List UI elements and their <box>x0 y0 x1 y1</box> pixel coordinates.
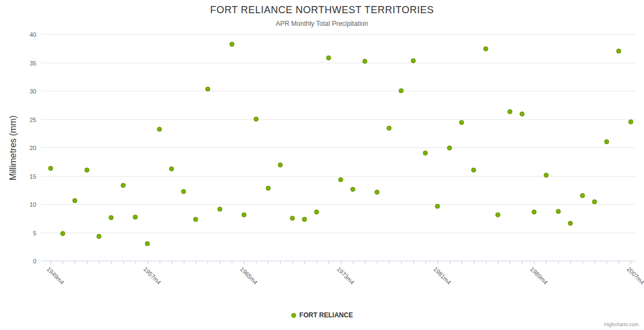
data-point[interactable] <box>109 216 113 220</box>
y-tick-label: 20 <box>30 145 36 151</box>
legend-marker-icon <box>291 313 296 318</box>
data-point[interactable] <box>242 213 246 217</box>
y-tick-label: 5 <box>33 230 36 237</box>
chart-title: FORT RELIANCE NORTHWEST TERRITORIES <box>0 4 644 16</box>
credits-link[interactable]: Highcharts.com <box>604 322 638 327</box>
data-point[interactable] <box>145 241 150 246</box>
y-tick-label: 0 <box>33 258 36 265</box>
data-point[interactable] <box>399 89 403 93</box>
data-point[interactable] <box>157 127 162 131</box>
data-point[interactable] <box>61 232 65 236</box>
data-point[interactable] <box>447 146 452 150</box>
data-point[interactable] <box>507 109 512 114</box>
data-point[interactable] <box>230 42 234 47</box>
x-tick-label: 1965m4 <box>239 266 259 286</box>
data-point[interactable] <box>182 189 186 194</box>
x-tick-label: 2007m4 <box>626 266 644 286</box>
data-point[interactable] <box>339 178 343 182</box>
data-point[interactable] <box>254 117 258 122</box>
data-point[interactable] <box>97 234 101 239</box>
data-point[interactable] <box>604 140 609 144</box>
legend-label: FORT RELIANCE <box>299 311 353 319</box>
data-point[interactable] <box>217 207 222 211</box>
data-point[interactable] <box>206 87 210 91</box>
data-point[interactable] <box>629 120 633 124</box>
data-point[interactable] <box>484 47 488 51</box>
data-point[interactable] <box>375 190 379 194</box>
data-point[interactable] <box>556 209 560 213</box>
data-point[interactable] <box>85 168 89 172</box>
data-point[interactable] <box>302 217 307 222</box>
data-point[interactable] <box>496 213 500 217</box>
y-tick-label: 15 <box>30 173 36 180</box>
x-tick-label: 1981m4 <box>432 266 452 286</box>
data-point[interactable] <box>520 112 524 116</box>
data-point[interactable] <box>423 151 428 155</box>
data-point[interactable] <box>73 199 77 203</box>
x-tick-label: 1973m4 <box>336 266 356 286</box>
data-point[interactable] <box>266 186 270 190</box>
data-point[interactable] <box>326 56 331 60</box>
data-point[interactable] <box>472 168 476 172</box>
chart-subtitle: APR Monthly Total Precipitation <box>0 20 644 28</box>
data-point[interactable] <box>194 217 198 222</box>
data-point[interactable] <box>290 216 294 221</box>
legend-item[interactable]: FORT RELIANCE <box>0 311 644 319</box>
y-tick-label: 35 <box>30 60 36 67</box>
x-tick-label: 1957m4 <box>142 266 162 286</box>
y-tick-label: 10 <box>30 201 36 208</box>
y-axis-title: Millimetres (mm) <box>8 104 18 192</box>
y-tick-label: 40 <box>30 31 36 38</box>
data-point[interactable] <box>616 49 621 53</box>
y-tick-label: 25 <box>30 117 36 123</box>
data-point[interactable] <box>121 183 125 188</box>
scatter-plot: 05101520253035401949m41957m41965m41973m4… <box>0 0 644 330</box>
data-point[interactable] <box>435 204 440 208</box>
data-point[interactable] <box>592 200 597 204</box>
data-point[interactable] <box>314 210 319 214</box>
data-point[interactable] <box>363 59 367 63</box>
data-point[interactable] <box>411 58 416 63</box>
data-point[interactable] <box>532 210 536 214</box>
data-point[interactable] <box>278 163 282 167</box>
chart-container: FORT RELIANCE NORTHWEST TERRITORIES APR … <box>0 0 644 330</box>
x-tick-label: 1949m4 <box>46 266 66 286</box>
data-point[interactable] <box>580 194 585 198</box>
data-point[interactable] <box>170 167 174 171</box>
data-point[interactable] <box>133 215 138 219</box>
data-point[interactable] <box>351 187 355 191</box>
data-point[interactable] <box>544 173 548 178</box>
data-point[interactable] <box>387 126 391 130</box>
data-point[interactable] <box>48 166 53 170</box>
data-point[interactable] <box>460 120 464 125</box>
data-point[interactable] <box>568 221 572 226</box>
x-tick-label: 1989m4 <box>529 266 549 286</box>
y-tick-label: 30 <box>30 88 36 95</box>
